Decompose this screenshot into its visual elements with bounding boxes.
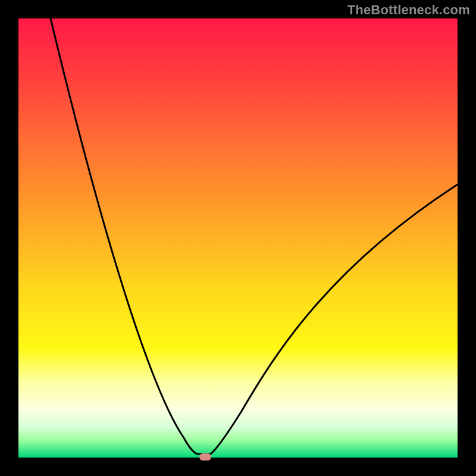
watermark-text: TheBottleneck.com [347, 2, 470, 18]
outer-frame: TheBottleneck.com [0, 0, 476, 476]
minimum-marker [199, 453, 211, 461]
plot-background [18, 18, 458, 458]
